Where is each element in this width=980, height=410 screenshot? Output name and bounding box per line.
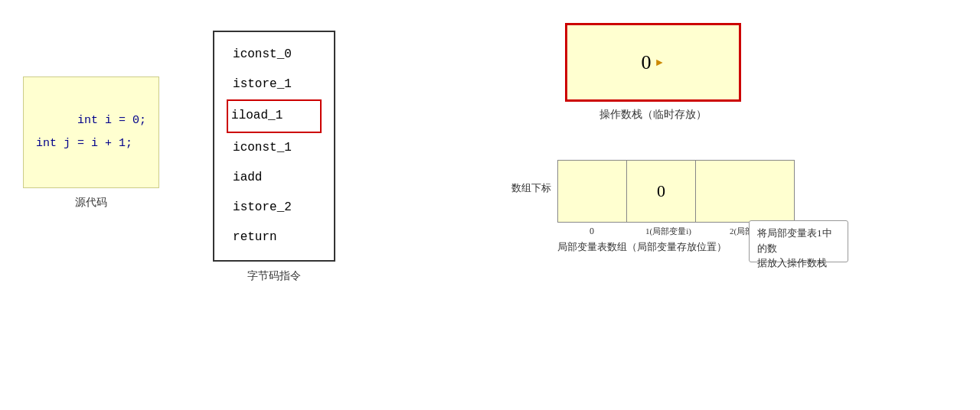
source-line-2: int j = i + 1; (36, 137, 132, 150)
index-1: 1(局部变量i) (626, 226, 710, 237)
local-var-table: 0 (557, 160, 795, 223)
local-var-title: 局部变量表数组（局部变量存放位置） (557, 240, 727, 254)
local-var-cell-2 (696, 161, 765, 222)
source-line-1: int i = 0; (77, 114, 146, 127)
op-stack-value: 0 (642, 51, 652, 74)
bytecode-item-1: istore_1 (230, 70, 318, 99)
bytecode-item-4: iadd (230, 163, 318, 193)
bytecode-label: 字节码指令 (247, 269, 301, 283)
bytecode-section: iconst_0 istore_1 iload_1 iconst_1 iadd … (205, 31, 343, 283)
local-var-cell-1: 0 (627, 161, 696, 222)
right-section: 0 ► 操作数栈（临时存放） 数组下标 0 (511, 23, 795, 254)
annotation-bubble: 将局部变量表1中的数据放入操作数栈 (749, 220, 848, 262)
bytecode-item-0: iconst_0 (230, 40, 318, 70)
op-stack-label: 操作数栈（临时存放） (599, 108, 707, 122)
bytecode-box: iconst_0 istore_1 iload_1 iconst_1 iadd … (213, 31, 335, 262)
local-var-cell-0 (558, 161, 627, 222)
cursor-icon: ► (655, 57, 665, 69)
array-index-label: 数组下标 (511, 181, 551, 195)
local-var-value-1: 0 (657, 181, 665, 201)
annotation-text: 将局部变量表1中的数据放入操作数栈 (757, 226, 840, 271)
op-stack-bottom-border (565, 99, 741, 102)
source-code-section: int i = 0; int j = i + 1; 源代码 (23, 76, 159, 210)
bytecode-item-2: iload_1 (227, 99, 322, 132)
source-code-label: 源代码 (75, 196, 107, 210)
bytecode-item-5: istore_2 (230, 193, 318, 223)
index-0: 0 (557, 226, 626, 237)
op-stack-box: 0 ► (565, 23, 741, 99)
source-code-box: int i = 0; int j = i + 1; (23, 76, 159, 188)
main-container: int i = 0; int j = i + 1; 源代码 iconst_0 i… (0, 0, 980, 410)
bytecode-item-3: iconst_1 (230, 133, 318, 163)
bytecode-item-6: return (230, 223, 318, 252)
op-stack-section: 0 ► 操作数栈（临时存放） (511, 23, 795, 122)
